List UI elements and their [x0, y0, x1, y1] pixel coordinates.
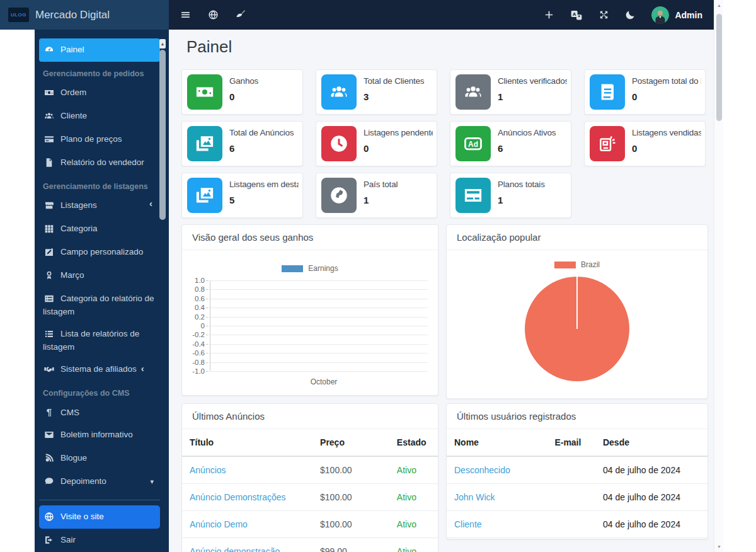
stat-label: Listagens vendidas [632, 128, 701, 137]
status-badge: Ativo [389, 538, 438, 552]
sidebar-item-marco[interactable]: Março [39, 264, 160, 287]
sidebar-item-label: Blogue [60, 453, 87, 463]
chevron-left-icon: ‹ [149, 200, 152, 207]
user-link[interactable]: John Wick [454, 492, 495, 502]
stat-value: 0 [229, 91, 299, 102]
logout-button[interactable]: Sair [39, 529, 160, 552]
users-icon [321, 74, 357, 110]
y-axis-tick: 0.6 [195, 295, 205, 302]
visit-site-button[interactable]: Visite o site [39, 505, 160, 529]
y-axis-tick: 0.4 [195, 304, 205, 311]
ad-link[interactable]: Anúncio Demo [190, 519, 248, 529]
scroll-up-arrow[interactable]: ▲ [714, 3, 724, 8]
user-link[interactable]: Cliente [454, 519, 482, 529]
comment-icon [43, 476, 55, 488]
app-logo[interactable]: ULOG [8, 8, 29, 22]
status-badge: Ativo [389, 511, 438, 538]
money-bill-icon [43, 88, 55, 100]
sidebar-item-label: Plano de preços [60, 134, 122, 144]
sidebar-item-relatorio-do-vendedor[interactable]: Relatório do vendedor [39, 151, 160, 175]
gridline [210, 353, 428, 354]
menu-toggle-icon[interactable] [180, 9, 191, 20]
scroll-down-arrow[interactable]: ▼ [714, 544, 724, 549]
user-since: 04 de julho de 2024 [595, 484, 707, 511]
sidebar-scrollbar-thumb[interactable] [159, 50, 166, 220]
handshake-icon [43, 364, 55, 376]
sidebar-item-label: Listagens [60, 200, 97, 210]
dark-mode-moon-icon[interactable] [625, 9, 636, 20]
location-legend[interactable]: Brazil [447, 260, 707, 269]
stat-label: Planos totais [498, 180, 567, 189]
sidebar-item-label: Boletim informativo [60, 430, 133, 439]
sidebar-item-categoria-relatorio-listagem[interactable]: Categoria do relatório de listagem [39, 287, 160, 323]
stat-label: Anúncios Ativos [498, 128, 567, 137]
sidebar-item-label: Lista de relatórios de listagem [43, 329, 139, 352]
latest-ads-table: Título Preço Estado Anúncios $100.00 Ati… [182, 429, 438, 552]
sidebar: Painel Gerenciamento de pedidos Ordem Cl… [35, 30, 169, 552]
avatar [651, 6, 669, 24]
table-row: Desconhecido 04 de julho de 2024 [447, 456, 707, 484]
sidebar-section-cms: Configurações do CMS [39, 381, 160, 401]
stat-value: 0 [632, 91, 701, 102]
table-row: Anúncio Demonstrações $100.00 Ativo [182, 484, 438, 511]
sidebar-item-campo-personalizado[interactable]: Campo personalizado [39, 241, 160, 264]
sidebar-item-boletim-informativo[interactable]: Boletim informativo [39, 423, 160, 447]
y-axis-tick: 0 [201, 322, 205, 330]
earnings-legend-swatch [282, 265, 303, 272]
table-row: John Wick 04 de julho de 2024 [447, 484, 707, 511]
blog-icon [43, 453, 55, 465]
sidebar-item-ordem[interactable]: Ordem [39, 81, 160, 105]
stat-value: 1 [364, 195, 433, 205]
sidebar-item-blogue[interactable]: Blogue [39, 447, 160, 470]
user-link[interactable]: Desconhecido [454, 465, 510, 475]
ad-icon [455, 126, 491, 161]
stat-value: 6 [229, 143, 299, 154]
table-header-row: Nome E-mail Desde [447, 429, 707, 456]
table-row: Anúncio Demo $100.00 Ativo [182, 511, 438, 538]
sidebar-item-depoimento[interactable]: Depoimento▾ [39, 470, 160, 493]
gridline [210, 371, 428, 372]
sidebar-item-lista-relatorios-listagem[interactable]: Lista de relatórios de listagem [39, 323, 160, 358]
sidebar-item-cms[interactable]: ¶CMS [39, 401, 160, 423]
top-navbar: A* Admin [169, 0, 714, 30]
y-axis-tick: -0.2 [192, 331, 205, 338]
earnings-chart: 1.00.80.60.40.20-0.2-0.4-0.6-0.8-1.0 [182, 280, 438, 371]
sidebar-item-label: Sair [60, 535, 76, 544]
gridline [210, 308, 428, 308]
stat-card-total-anuncios: Total de Anúncios6 [181, 121, 303, 166]
stat-card-pais-total: País total1 [316, 173, 437, 218]
user-menu[interactable]: Admin [651, 6, 702, 24]
sidebar-item-cliente[interactable]: Cliente [39, 105, 160, 128]
sidebar-item-plano-de-precos[interactable]: Plano de preços [39, 128, 160, 151]
earnings-legend-label: Earnings [308, 264, 338, 273]
sidebar-section-pedidos: Gerenciamento de pedidos [39, 62, 160, 81]
y-axis-tick: -0.6 [192, 349, 205, 357]
sidebar-item-categoria[interactable]: Categoria [39, 217, 160, 241]
stat-value: 3 [364, 91, 433, 102]
earnings-legend[interactable]: Earnings [182, 264, 438, 273]
users-icon [43, 111, 55, 123]
ad-link[interactable]: Anúncio Demonstrações [190, 492, 286, 502]
sidebar-item-label: Março [60, 270, 84, 280]
sidebar-item-label: Cliente [60, 111, 87, 120]
stat-card-planos-totais: Planos totais1 [450, 173, 571, 218]
ad-link[interactable]: Anúncio demonstração [190, 546, 280, 552]
sidebar-item-sistema-de-afiliados[interactable]: Sistema de afiliados‹ [39, 358, 160, 381]
stat-label: Postagem total do blog [632, 76, 701, 86]
stat-value: 1 [498, 195, 567, 205]
page-scrollbar-thumb[interactable] [716, 14, 722, 121]
plus-icon[interactable] [544, 9, 554, 20]
translate-icon[interactable]: A* [570, 9, 583, 21]
sidebar-scroll-up-arrow[interactable]: ▲ [159, 39, 166, 49]
status-badge: Ativo [389, 484, 438, 511]
sidebar-item-listagens[interactable]: Listagens‹ [39, 194, 160, 217]
broom-icon[interactable] [236, 9, 246, 20]
page-scrollbar[interactable]: ▲ ▼ [714, 0, 723, 552]
money-bill-icon [187, 74, 222, 110]
user-email [547, 456, 595, 484]
fullscreen-icon[interactable] [598, 9, 609, 20]
sidebar-item-painel[interactable]: Painel [39, 38, 160, 62]
stat-label: Listagens em destaque [229, 180, 299, 189]
language-globe-icon[interactable] [208, 9, 219, 20]
ad-link[interactable]: Anúncios [190, 465, 226, 475]
